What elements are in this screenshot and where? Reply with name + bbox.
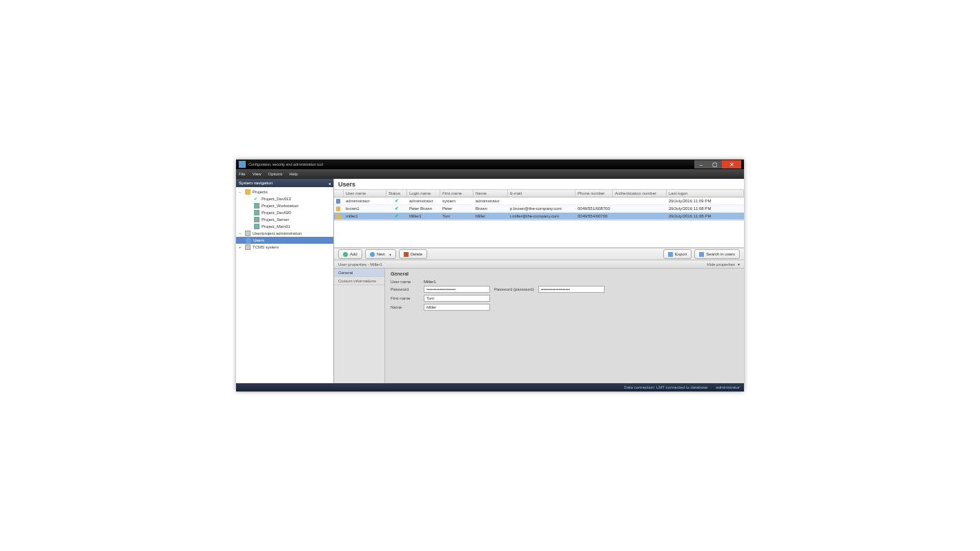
search-button[interactable]: Search in users [694,249,740,259]
label-username: User name [391,280,420,284]
tree-label: Project_Dev020 [262,211,291,215]
panel-title: Users [334,179,744,190]
user-admin-icon [336,199,340,204]
cell-firstname: Tom [440,214,473,218]
tree-label: Users [253,238,264,242]
sidebar-title: System navigation [239,181,273,185]
table-row[interactable]: administrator ✔ administrator system adm… [334,197,744,205]
menu-view[interactable]: View [253,172,262,176]
tree-label: Project_Dev013 [262,197,291,201]
hide-props-link[interactable]: Hide properties [707,262,735,267]
col-login[interactable]: Login name [407,190,440,197]
grid-toolbar: Add New Delete Export Search in use [334,248,744,260]
form-row-username: User name Miller1 [391,280,738,284]
tree-item-project[interactable]: Project_Dev013 [236,195,333,202]
col-lastlogon[interactable]: Last logon [667,190,744,197]
collapse-icon[interactable]: ▾ [738,262,740,267]
cell-firstname: Peter [440,206,473,211]
menu-options[interactable]: Options [268,172,283,176]
node-icon [245,231,251,236]
node-icon [245,244,251,250]
menu-help[interactable]: Help [289,172,297,176]
form-row-name: Name Miller [391,304,738,311]
cell-lastlogon: 29/July/2016 11:09 PM [667,199,744,203]
tree-label: TCMS system [253,245,279,249]
app-window: Configuration, security and administrati… [236,160,744,392]
folder-icon [245,189,251,195]
project-icon [254,203,259,209]
check-icon [254,196,259,202]
tree-item-user-admin[interactable]: − User/project administration [236,230,333,237]
tree-label: Project_Server [262,218,289,222]
sidebar-collapse-icon[interactable]: ◂ [329,181,331,186]
titlebar[interactable]: Configuration, security and administrati… [236,160,744,169]
tree-item-project[interactable]: Project_Workstation [236,202,333,209]
name-field[interactable]: Miller [424,304,490,311]
col-username[interactable]: User name [344,190,386,197]
maximize-button[interactable]: ▢ [708,160,722,168]
cell-email: t.miller@the-company.com [508,214,576,218]
tree-item-users[interactable]: Users [236,237,333,244]
add-label: Add [350,252,357,256]
tree-label: Project_Workstation [262,204,299,208]
minimize-button[interactable]: – [694,160,708,168]
col-name[interactable]: Name [473,190,508,197]
col-status[interactable]: Status [386,190,407,197]
col-icon[interactable] [334,190,344,197]
status-check-icon: ✔ [395,213,399,218]
cell-phone: 0049/551/608700 [576,206,613,211]
sidebar-header: System navigation ◂ [236,179,333,187]
label-firstname: First name [391,296,420,300]
cell-login: Miller1 [407,214,440,218]
expand-icon[interactable]: + [239,245,243,249]
new-icon [370,252,375,257]
tree-item-project[interactable]: Project_Dev020 [236,209,333,216]
tab-custom[interactable]: Custom informations [334,277,384,285]
close-button[interactable]: ✕ [722,160,741,168]
col-firstname[interactable]: First name [440,190,473,197]
password-repeat-field[interactable]: •••••••••••••••••••• [538,286,605,293]
cell-name: Brown [473,206,508,211]
tree-item-projects[interactable]: − Projects [236,188,333,195]
table-row[interactable]: brown1 ✔ Peter Brown Peter Brown p.brown… [334,205,744,213]
cell-login: administrator [407,199,440,203]
add-button[interactable]: Add [338,249,362,259]
tree-item-project[interactable]: Project_Main01 [236,223,333,230]
users-icon [246,238,251,243]
col-phone[interactable]: Phone number [576,190,613,197]
export-button[interactable]: Export [663,249,692,259]
plus-icon [343,252,348,257]
label-name: Name [391,305,420,309]
cell-email: p.brown@the-company.com [508,206,576,211]
status-connection: Data connection: LMT connected to databa… [624,385,707,389]
props-title: User properties - Miller1 [338,262,382,267]
status-check-icon: ✔ [395,198,399,203]
tree-label: Projects [253,190,268,194]
delete-button[interactable]: Delete [399,249,427,259]
cell-lastlogon: 29/July/2016 11:08 PM [667,206,744,211]
col-auth[interactable]: Authentication number [613,190,667,197]
expand-icon[interactable]: − [239,231,243,235]
tree-item-project[interactable]: Project_Server [236,216,333,223]
password-field[interactable]: •••••••••••••••••••• [424,286,490,293]
search-icon [699,252,704,257]
export-label: Export [675,252,687,256]
firstname-field[interactable]: Tom [424,295,490,302]
col-email[interactable]: E-mail [508,190,576,197]
cell-firstname: system [440,199,473,203]
expand-icon[interactable]: − [239,190,243,194]
form-heading: General [391,271,738,276]
nav-tree: − Projects Project_Dev013 Project_Workst… [236,187,333,383]
cell-username: miller1 [344,214,386,218]
app-body: System navigation ◂ − Projects Project_D… [236,179,744,383]
tree-label: User/project administration [253,231,302,235]
tab-general[interactable]: General [334,269,384,277]
menubar: File View Options Help [236,169,744,179]
menu-file[interactable]: File [239,172,246,176]
export-icon [668,252,673,257]
tree-item-tcms[interactable]: + TCMS system [236,244,333,251]
new-button[interactable]: New [365,249,396,259]
table-row[interactable]: miller1 ✔ Miller1 Tom Miller t.miller@th… [334,213,744,220]
grid-empty-area [334,220,744,248]
project-icon [254,217,259,222]
